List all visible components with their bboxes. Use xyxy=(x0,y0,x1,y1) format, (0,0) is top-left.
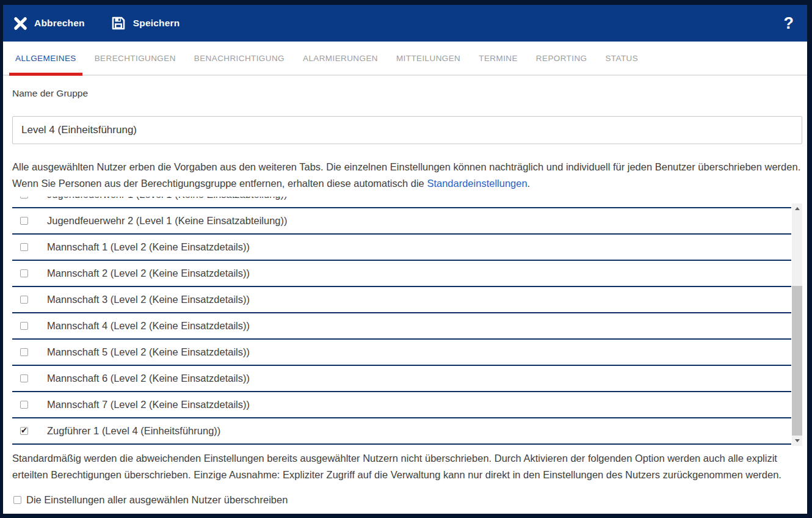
group-name-input[interactable] xyxy=(12,116,802,144)
default-settings-link[interactable]: Standardeinstellungen xyxy=(427,178,527,189)
list-item[interactable]: Jugendfeuerwehr 2 (Level 1 (Keine Einsat… xyxy=(12,208,791,235)
list-item-label: Mannschaft 5 (Level 2 (Keine Einsatzdeta… xyxy=(47,346,250,358)
list-item-label: Mannschaft 7 (Level 2 (Keine Einsatzdeta… xyxy=(47,399,250,410)
user-list-viewport[interactable]: Jugendfeuerwehr 1 (Level 1 (Keine Einsat… xyxy=(12,197,791,446)
override-option-row[interactable]: Die Einstellungen aller ausgewählen Nutz… xyxy=(12,494,802,506)
list-item-checkbox[interactable] xyxy=(20,427,28,435)
cancel-button[interactable]: Abbrechen xyxy=(13,16,85,31)
list-item-checkbox[interactable] xyxy=(20,269,28,277)
group-name-label: Name der Gruppe xyxy=(12,88,802,99)
save-button[interactable]: Speichern xyxy=(111,15,180,31)
list-item-label: Mannschaft 6 (Level 2 (Keine Einsatzdeta… xyxy=(47,373,250,384)
list-item-label: Mannschaft 1 (Level 2 (Keine Einsatzdeta… xyxy=(47,241,250,253)
scrollbar[interactable] xyxy=(792,203,802,446)
list-item[interactable]: Mannschaft 7 (Level 2 (Keine Einsatzdeta… xyxy=(12,392,791,418)
list-item[interactable]: Mannschaft 6 (Level 2 (Keine Einsatzdeta… xyxy=(12,366,791,392)
override-note-paragraph: Standardmäßig werden die abweichenden Ei… xyxy=(12,450,802,483)
scrollbar-thumb[interactable] xyxy=(792,286,802,436)
intro-text-end: . xyxy=(527,178,531,189)
save-icon xyxy=(111,15,126,31)
list-item[interactable]: Mannschaft 1 (Level 2 (Keine Einsatzdeta… xyxy=(12,235,791,261)
general-tab-content: Name der Gruppe Alle ausgewählten Nutzer… xyxy=(3,76,807,514)
tab-berechtigungen[interactable]: BERECHTIGUNGEN xyxy=(89,42,182,75)
list-item-label: Mannschaft 4 (Level 2 (Keine Einsatzdeta… xyxy=(47,320,250,332)
tab-bar: ALLGEMEINES BERECHTIGUNGEN BENACHRICHTIG… xyxy=(3,42,807,76)
intro-text: Alle ausgewählten Nutzer erben die Vorga… xyxy=(12,161,800,189)
list-item[interactable]: Mannschaft 5 (Level 2 (Keine Einsatzdeta… xyxy=(12,340,791,366)
list-item-checkbox[interactable] xyxy=(20,217,28,225)
action-bar: Abbrechen Speichern ? xyxy=(3,5,807,42)
override-checkbox[interactable] xyxy=(13,496,21,504)
list-item-label: Mannschaft 2 (Level 2 (Keine Einsatzdeta… xyxy=(47,268,250,279)
list-item[interactable]: Jugendfeuerwehr 1 (Level 1 (Keine Einsat… xyxy=(12,197,791,208)
list-item-label: Mannschaft 3 (Level 2 (Keine Einsatzdeta… xyxy=(47,294,250,305)
tab-mitteilungen[interactable]: MITTEILUNGEN xyxy=(390,42,466,75)
help-icon[interactable]: ? xyxy=(779,13,799,34)
scrollbar-up-arrow-icon[interactable] xyxy=(792,203,802,214)
save-button-label: Speichern xyxy=(133,18,180,29)
tab-allgemeines[interactable]: ALLGEMEINES xyxy=(9,42,82,75)
scrollbar-down-arrow-icon[interactable] xyxy=(792,436,802,446)
tab-alarmierungen[interactable]: ALARMIERUNGEN xyxy=(297,42,384,75)
list-item-checkbox[interactable] xyxy=(20,197,28,199)
list-item-checkbox[interactable] xyxy=(20,348,28,356)
list-item-checkbox[interactable] xyxy=(20,374,28,382)
list-item-checkbox[interactable] xyxy=(20,401,28,409)
intro-paragraph: Alle ausgewählten Nutzer erben die Vorga… xyxy=(12,159,802,192)
list-item[interactable]: Mannschaft 4 (Level 2 (Keine Einsatzdeta… xyxy=(12,313,791,340)
override-checkbox-label: Die Einstellungen aller ausgewählen Nutz… xyxy=(26,494,288,506)
cancel-button-label: Abbrechen xyxy=(34,18,85,29)
tab-status[interactable]: STATUS xyxy=(599,42,644,75)
tab-reporting[interactable]: REPORTING xyxy=(530,42,593,75)
close-icon xyxy=(13,16,27,31)
list-item-checkbox[interactable] xyxy=(20,322,28,330)
list-item[interactable]: Zugführer 1 (Level 4 (Einheitsführung)) xyxy=(12,418,791,445)
list-item[interactable]: Mannschaft 2 (Level 2 (Keine Einsatzdeta… xyxy=(12,261,791,287)
list-item-label: Zugführer 1 (Level 4 (Einheitsführung)) xyxy=(47,425,220,437)
user-list: Jugendfeuerwehr 1 (Level 1 (Keine Einsat… xyxy=(12,197,802,446)
list-item-checkbox[interactable] xyxy=(20,296,28,304)
list-item[interactable]: Mannschaft 3 (Level 2 (Keine Einsatzdeta… xyxy=(12,287,791,313)
list-item-label: Jugendfeuerwehr 2 (Level 1 (Keine Einsat… xyxy=(47,215,288,227)
list-item-label: Jugendfeuerwehr 1 (Level 1 (Keine Einsat… xyxy=(47,197,288,200)
tab-benachrichtigung[interactable]: BENACHRICHTIGUNG xyxy=(188,42,291,75)
tab-termine[interactable]: TERMINE xyxy=(473,42,524,75)
list-item-checkbox[interactable] xyxy=(20,243,28,251)
app-window: Abbrechen Speichern ? ALLGEMEINES BERECH… xyxy=(3,5,807,514)
